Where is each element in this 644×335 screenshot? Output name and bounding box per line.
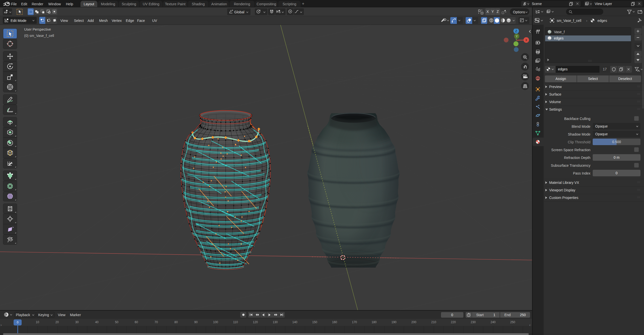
- svg-text:Z: Z: [515, 29, 517, 33]
- svg-text:X: X: [525, 38, 527, 42]
- svg-text:Y: Y: [516, 35, 518, 38]
